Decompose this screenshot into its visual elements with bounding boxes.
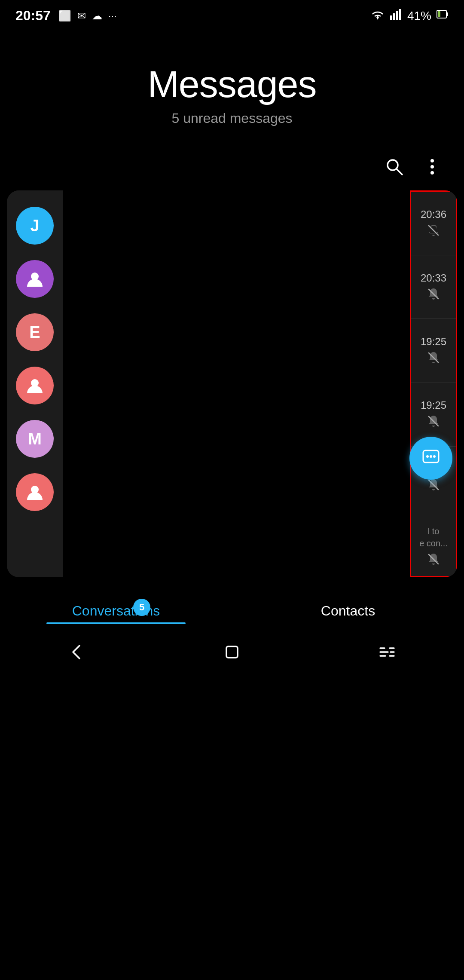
svg-rect-5 (446, 12, 448, 16)
conversation-avatar-6[interactable] (7, 466, 63, 519)
avatar-circle-5: M (16, 420, 54, 458)
tab-conversations[interactable]: Conversations 5 (0, 603, 232, 624)
email-icon: ✉ (77, 10, 86, 22)
right-row-2[interactable]: 20:33 (411, 255, 456, 319)
conversation-avatar-5[interactable]: M (7, 412, 63, 466)
svg-line-15 (429, 226, 438, 235)
toolbar-row (0, 152, 464, 190)
svg-point-21 (430, 455, 432, 458)
svg-point-11 (430, 171, 434, 175)
more-options-button[interactable] (422, 156, 443, 182)
header-area: Messages 5 unread messages (0, 28, 464, 152)
main-card: J E M (7, 190, 457, 577)
tab-underline (46, 622, 186, 624)
snippet-6: l toe con... (419, 525, 448, 549)
avatar-circle-2 (16, 260, 54, 298)
recents-button[interactable] (376, 641, 397, 664)
status-left: 20:57 ⬜ ✉ ☁ ··· (15, 8, 117, 24)
status-bar: 20:57 ⬜ ✉ ☁ ··· 41% (0, 0, 464, 28)
message-preview-area (63, 190, 410, 577)
avatar-circle-3: E (16, 313, 54, 351)
back-button[interactable] (67, 641, 88, 664)
avatar-circle-1: J (16, 207, 54, 245)
app-title: Messages (147, 62, 316, 106)
svg-rect-6 (438, 11, 440, 17)
more-icon: ··· (108, 10, 117, 22)
mute-icon-2 (427, 288, 440, 302)
svg-point-20 (426, 455, 429, 458)
avatar-circle-6 (16, 473, 54, 511)
status-icons: ⬜ ✉ ☁ ··· (58, 10, 117, 22)
conversation-avatar-4[interactable] (7, 359, 63, 412)
time-1: 20:36 (421, 208, 446, 220)
svg-rect-2 (396, 11, 398, 20)
mute-icon-6 (427, 553, 440, 567)
svg-rect-3 (399, 9, 401, 20)
battery-icon (437, 9, 449, 23)
home-button[interactable] (221, 641, 243, 664)
compose-icon (420, 447, 442, 469)
new-conversation-fab[interactable] (409, 437, 452, 480)
svg-point-9 (430, 159, 434, 162)
svg-rect-25 (226, 646, 238, 658)
mute-icon-1 (427, 224, 440, 239)
mute-icon-3 (427, 351, 440, 366)
status-right: 41% (370, 9, 449, 23)
time-3: 19:25 (421, 336, 446, 348)
right-row-6[interactable]: l toe con... (411, 510, 456, 576)
svg-point-10 (430, 165, 434, 168)
cloud-icon: ☁ (92, 10, 102, 22)
signal-icon (390, 9, 402, 23)
right-row-3[interactable]: 19:25 (411, 319, 456, 383)
nav-bar (0, 633, 464, 677)
conversation-avatar-1[interactable]: J (7, 199, 63, 252)
right-row-1[interactable]: 20:36 (411, 192, 456, 255)
search-button[interactable] (384, 156, 405, 182)
unread-subtitle: 5 unread messages (171, 110, 292, 126)
svg-rect-1 (393, 13, 395, 20)
svg-point-22 (433, 455, 436, 458)
status-time: 20:57 (15, 8, 51, 24)
time-2: 20:33 (421, 272, 446, 284)
right-row-5[interactable]: 18:08 (411, 447, 456, 510)
right-column: 20:36 20:33 19:25 19:25 (410, 190, 457, 577)
screen-cast-icon: ⬜ (58, 10, 71, 22)
time-4: 19:25 (421, 399, 446, 411)
wifi-icon (370, 9, 385, 23)
tab-contacts[interactable]: Contacts (232, 603, 464, 624)
avatar-circle-4 (16, 367, 54, 404)
mute-icon-4 (427, 415, 440, 429)
svg-line-8 (397, 169, 402, 175)
conversation-avatar-3[interactable]: E (7, 306, 63, 359)
bottom-tabs: Conversations 5 Contacts (0, 586, 464, 633)
mute-icon-5 (427, 478, 440, 493)
avatars-column: J E M (7, 190, 63, 577)
contacts-tab-label: Contacts (321, 603, 375, 619)
conversation-avatar-2[interactable] (7, 252, 63, 306)
battery-percentage: 41% (407, 9, 431, 23)
svg-rect-0 (390, 15, 392, 20)
conversations-badge: 5 (133, 599, 150, 616)
